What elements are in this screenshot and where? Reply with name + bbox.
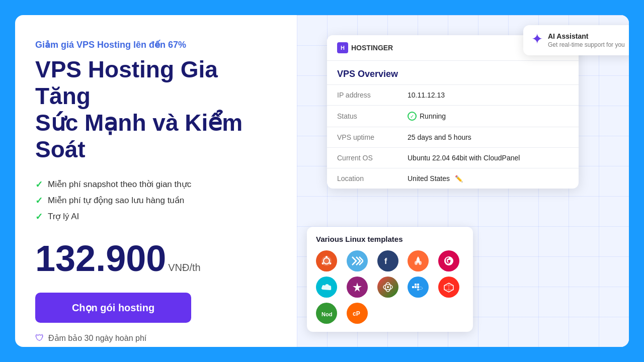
check-icon: ✓: [35, 179, 43, 190]
feature-item: ✓ Miễn phí snapshot theo thời gian thực: [35, 179, 277, 190]
vps-label-status: Status: [337, 112, 408, 120]
template-plesk[interactable]: [347, 250, 368, 272]
status-running-icon: [408, 112, 417, 121]
discount-prefix: Giảm giá VPS Hosting lên đến: [35, 40, 168, 50]
vps-overview-title: VPS Overview: [327, 61, 579, 84]
vps-label-location: Location: [337, 174, 408, 183]
shield-icon: 🛡: [35, 333, 44, 343]
headline: VPS Hosting Gia Tăng Sức Mạnh và Kiểm So…: [35, 56, 277, 163]
svg-point-4: [330, 262, 332, 264]
template-fedora[interactable]: f: [377, 250, 398, 272]
ai-title: AI Assistant: [548, 32, 625, 40]
svg-point-7: [419, 261, 422, 265]
template-cpanel[interactable]: cP: [347, 303, 368, 324]
left-panel: Giảm giá VPS Hosting lên đến 67% VPS Hos…: [15, 15, 297, 347]
check-icon: ✓: [35, 211, 43, 222]
templates-card: Various Linux templates f: [307, 227, 473, 332]
template-rocket[interactable]: [408, 250, 429, 272]
feature-text: Trợ lý AI: [48, 211, 79, 222]
svg-point-3: [322, 262, 324, 264]
template-openvz[interactable]: [377, 277, 398, 298]
headline-line1: VPS Hosting Gia Tăng: [35, 56, 218, 109]
svg-rect-16: [415, 284, 417, 286]
price-unit: VNĐ/th: [168, 262, 200, 273]
headline-line2: Sức Mạnh và Kiểm Soát: [35, 110, 243, 162]
guarantee-text: Đảm bảo 30 ngày hoàn phí: [48, 333, 146, 343]
price-section: 132.900VNĐ/th: [35, 240, 277, 277]
template-ubuntu[interactable]: [316, 250, 337, 272]
feature-text: Miễn phí tự động sao lưu hàng tuần: [48, 195, 184, 206]
feature-item: ✓ Trợ lý AI: [35, 211, 277, 222]
svg-text:Node: Node: [321, 311, 333, 317]
vps-value-uptime: 25 days and 5 hours: [408, 133, 471, 141]
hostinger-label: HOSTINGER: [351, 44, 393, 52]
vps-value-os: Ubuntu 22.04 64bit with CloudPanel: [408, 154, 520, 162]
vps-row-uptime: VPS uptime 25 days and 5 hours: [327, 127, 579, 147]
template-cloud[interactable]: [316, 277, 337, 298]
svg-point-12: [387, 286, 389, 288]
templates-grid: f: [316, 250, 464, 324]
right-panel: H HOSTINGER VPS Overview IP address 10.1…: [297, 15, 629, 347]
edit-location-icon[interactable]: ✏️: [455, 175, 463, 183]
vps-row-os: Current OS Ubuntu 22.04 64bit with Cloud…: [327, 147, 579, 168]
cta-button[interactable]: Chọn gói hosting: [35, 293, 191, 323]
vps-label-ip: IP address: [337, 91, 408, 99]
vps-table: IP address 10.11.12.13 Status Running VP…: [327, 84, 579, 189]
svg-text:cP: cP: [353, 310, 360, 317]
template-debian[interactable]: [438, 250, 459, 272]
template-docker[interactable]: [408, 277, 429, 298]
main-card: Giảm giá VPS Hosting lên đến 67% VPS Hos…: [15, 15, 629, 347]
vps-row-ip: IP address 10.11.12.13: [327, 84, 579, 105]
svg-rect-15: [417, 286, 419, 288]
ai-subtitle: Get real-time support for you: [548, 41, 625, 48]
template-centos[interactable]: [347, 277, 368, 298]
vps-row-location: Location United States ✏️: [327, 168, 579, 189]
ai-assistant-card: ✦ AI Assistant Get real-time support for…: [523, 25, 629, 55]
svg-point-9: [448, 260, 450, 262]
ai-star-icon: ✦: [531, 32, 543, 46]
svg-rect-17: [417, 284, 419, 286]
vps-overview-card: H HOSTINGER VPS Overview IP address 10.1…: [327, 35, 579, 189]
vps-value-ip: 10.11.12.13: [408, 91, 445, 99]
svg-point-2: [326, 256, 328, 258]
features-list: ✓ Miễn phí snapshot theo thời gian thực …: [35, 179, 277, 222]
svg-rect-14: [415, 286, 417, 288]
svg-rect-18: [417, 289, 419, 291]
vps-row-status: Status Running: [327, 105, 579, 127]
svg-text:f: f: [384, 257, 387, 265]
hostinger-logo-icon: H: [337, 42, 348, 53]
feature-item: ✓ Miễn phí tự động sao lưu hàng tuần: [35, 195, 277, 206]
vps-label-uptime: VPS uptime: [337, 133, 408, 141]
feature-text: Miễn phí snapshot theo thời gian thực: [48, 179, 191, 190]
vps-value-status: Running: [408, 112, 446, 121]
hostinger-logo: H HOSTINGER: [337, 42, 393, 53]
discount-banner: Giảm giá VPS Hosting lên đến 67%: [35, 39, 277, 50]
svg-point-6: [415, 261, 418, 265]
vps-value-location: United States ✏️: [408, 174, 463, 183]
template-laravel[interactable]: [438, 277, 459, 298]
ai-text-block: AI Assistant Get real-time support for y…: [548, 32, 625, 48]
check-icon: ✓: [35, 195, 43, 206]
price-value: 132.900: [35, 238, 166, 279]
svg-rect-13: [412, 286, 414, 288]
guarantee-section: 🛡 Đảm bảo 30 ngày hoàn phí: [35, 333, 277, 343]
discount-percent: 67%: [168, 40, 186, 50]
templates-title: Various Linux templates: [316, 235, 464, 243]
template-nodejs[interactable]: Node: [316, 303, 337, 324]
vps-label-os: Current OS: [337, 154, 408, 162]
